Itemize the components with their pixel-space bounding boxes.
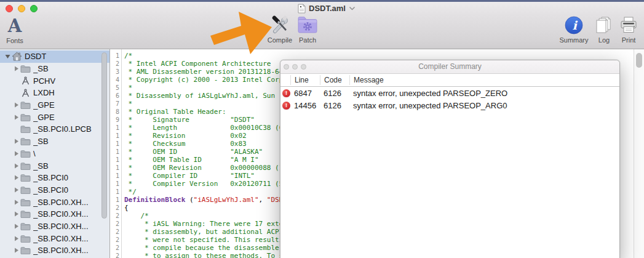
compile-tools-icon <box>269 15 290 36</box>
sidebar-item-sb-pci0-xh[interactable]: _SB.PCI0.XH... <box>0 232 109 244</box>
log-button[interactable]: Log <box>592 15 616 44</box>
line-number: 2 <box>111 236 119 244</box>
sidebar-item-sb-pci0-lpcb[interactable]: _SB.PCI0.LPCB <box>0 123 109 135</box>
compiler-summary-titlebar[interactable]: Compiler Summary <box>280 60 619 74</box>
panel-minimize-button[interactable] <box>292 64 298 70</box>
sidebar-item-label: DSDT <box>25 52 46 61</box>
folder-icon <box>20 162 31 170</box>
chevron-down-icon[interactable] <box>349 6 356 10</box>
disclosure-right-icon[interactable] <box>12 175 20 180</box>
error-row[interactable]: !144566126syntax error, unexpected PARSE… <box>280 99 619 111</box>
code-column-header[interactable]: Code <box>320 75 349 85</box>
line-number: 1 <box>111 164 119 172</box>
message-column-header[interactable]: Message <box>349 75 619 85</box>
editor-scrollbar-track[interactable] <box>634 49 644 258</box>
sidebar-item-label: _GPE <box>33 100 55 110</box>
error-line-cell: 6847 <box>290 89 320 98</box>
disclosure-right-icon[interactable] <box>12 115 20 120</box>
error-table-body: !68476126syntax error, unexpected PARSEO… <box>280 87 619 111</box>
folder-icon <box>20 113 31 121</box>
sidebar-item-label: _SB.PCI0 <box>33 173 68 182</box>
disclosure-right-icon[interactable] <box>12 211 20 217</box>
error-badge-cell: ! <box>280 89 290 97</box>
panel-traffic-lights <box>284 64 306 70</box>
sidebar-item-sb-pci0-xh[interactable]: _SB.PCI0.XH... <box>0 244 109 257</box>
sidebar-item-sb[interactable]: _SB <box>0 135 109 148</box>
error-icon: ! <box>282 102 290 110</box>
sidebar-item-sb-pci0-xh[interactable]: _SB.PCI0.XH... <box>0 220 109 233</box>
sidebar-item-label: _SB <box>33 161 49 171</box>
error-message-cell: syntax error, unexpected PARSEOP_ZERO <box>349 89 619 98</box>
error-row[interactable]: !68476126syntax error, unexpected PARSEO… <box>280 87 619 99</box>
error-icon: ! <box>282 89 290 97</box>
disclosure-right-icon[interactable] <box>12 151 20 156</box>
sidebar-item-sb-pci0[interactable]: _SB.PCI0 <box>0 172 109 184</box>
line-column-header[interactable]: Line <box>290 75 320 85</box>
sidebar-item-pchv[interactable]: PCHV <box>0 75 109 87</box>
sidebar-item-sb[interactable]: _SB <box>0 159 109 172</box>
disclosure-right-icon[interactable] <box>12 163 20 169</box>
sidebar-tree: DSDT_SBPCHVLXDH_GPE_GPE_SB.PCI0.LPCB_SB\… <box>0 50 109 257</box>
line-number: 1 <box>111 180 119 188</box>
folder-icon <box>20 125 31 133</box>
editor-scrollbar-thumb[interactable] <box>636 53 642 68</box>
close-button[interactable] <box>6 5 13 12</box>
disclosure-down-icon[interactable] <box>4 54 11 59</box>
compile-button[interactable]: Compile <box>263 15 297 44</box>
sidebar-item-label: PCHV <box>33 76 55 86</box>
disclosure-right-icon[interactable] <box>12 224 20 229</box>
line-number: 1 <box>111 124 119 132</box>
sidebar-item-label: _GPE <box>33 113 55 122</box>
sidebar-item-gpe[interactable]: _GPE <box>0 99 109 111</box>
disclosure-right-icon[interactable] <box>12 139 20 144</box>
folder-icon <box>20 210 31 218</box>
disclosure-right-icon[interactable] <box>12 187 20 193</box>
sidebar-item-sb-pci0-xh[interactable]: _SB.PCI0.XH... <box>0 196 109 208</box>
disclosure-right-icon[interactable] <box>12 248 20 253</box>
error-badge-cell: ! <box>280 102 290 110</box>
sidebar-item-lxdh[interactable]: LXDH <box>0 87 109 99</box>
line-number: 1 <box>111 188 119 196</box>
fonts-button[interactable]: A Fonts <box>1 15 28 44</box>
line-number: 1 <box>111 196 119 204</box>
line-number: 8 <box>111 108 119 116</box>
line-number: 1 <box>111 156 119 164</box>
line-number: 2 <box>111 212 119 220</box>
sidebar-item-dsdt[interactable]: DSDT <box>0 50 109 63</box>
panel-close-button[interactable] <box>284 64 289 70</box>
line-number: 9 <box>111 116 119 124</box>
fonts-icon: A <box>8 16 22 36</box>
compiler-summary-window: Compiler Summary Line Code Message !6847… <box>280 60 620 258</box>
disclosure-right-icon[interactable] <box>12 200 20 205</box>
sidebar-item-sb[interactable]: _SB <box>0 63 109 75</box>
minimize-button[interactable] <box>18 5 25 12</box>
disclosure-right-icon[interactable] <box>12 102 20 108</box>
line-number: 2 <box>111 252 119 258</box>
sidebar-item-sb-pci0[interactable]: _SB.PCI0 <box>0 184 109 196</box>
printer-icon <box>618 15 639 35</box>
line-number: 7 <box>111 100 119 108</box>
sidebar-item-label: _SB.PCI0.XH... <box>33 198 89 207</box>
sidebar-item-sb-pci0-xh[interactable]: _SB.PCI0.XH... <box>0 208 109 220</box>
line-number: 1 <box>111 172 119 180</box>
disclosure-right-icon[interactable] <box>12 66 20 71</box>
sidebar-item-label: _SB.PCI0.XH... <box>33 234 89 243</box>
home-icon <box>11 52 22 61</box>
disclosure-right-icon[interactable] <box>12 236 20 241</box>
print-button[interactable]: Print <box>615 15 642 44</box>
line-number: 4 <box>111 76 119 84</box>
folder-icon <box>20 137 31 145</box>
document-proxy-icon[interactable] <box>298 4 306 14</box>
sidebar-item-[interactable]: \ <box>0 148 109 160</box>
sidebar-item-gpe[interactable]: _GPE <box>0 111 109 123</box>
acpi-tree-sidebar: DSDT_SBPCHVLXDH_GPE_GPE_SB.PCI0.LPCB_SB\… <box>0 49 110 258</box>
title-group: DSDT.aml <box>298 3 356 14</box>
folder-icon <box>20 174 31 182</box>
summary-button[interactable]: i Summary <box>557 15 591 44</box>
patch-button[interactable]: Patch <box>293 15 322 44</box>
compile-label: Compile <box>268 36 292 44</box>
sidebar-scrollbar-thumb[interactable] <box>101 52 107 219</box>
panel-zoom-button[interactable] <box>301 64 306 70</box>
sidebar-item-label: _SB <box>33 64 49 73</box>
zoom-button[interactable] <box>30 5 38 12</box>
